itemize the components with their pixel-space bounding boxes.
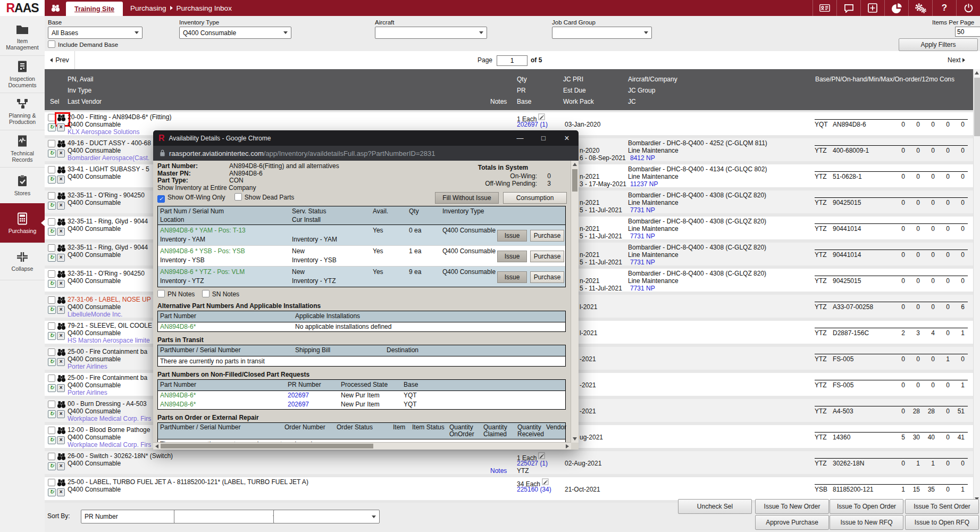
refresh-item-icon[interactable]: ↻ (48, 202, 56, 210)
refresh-item-icon[interactable]: ↻ (48, 149, 56, 157)
row-checkbox[interactable] (48, 348, 55, 356)
row-checkbox[interactable] (48, 401, 55, 408)
part-location-link[interactable]: AN894D8-6 * YTZ - Pos: VLM (160, 268, 245, 276)
row-checkbox[interactable] (48, 218, 55, 226)
part-number-link[interactable]: AN894D8-6* (160, 401, 196, 408)
remove-item-icon[interactable]: × (57, 254, 65, 262)
sn-notes-checkbox[interactable]: SN Notes (202, 290, 239, 298)
sidebar-item-planning-production[interactable]: Planning & Production (0, 93, 45, 130)
row-checkbox[interactable] (48, 322, 55, 330)
sort-select-1[interactable]: PR Number (81, 510, 183, 523)
availability-binoculars-icon[interactable] (57, 296, 66, 304)
popup-scrollbar-thumb[interactable] (572, 169, 577, 192)
aircraft-select[interactable] (375, 27, 487, 39)
refresh-item-icon[interactable]: ↻ (48, 332, 56, 340)
row-checkbox[interactable] (48, 114, 55, 121)
consumption-button[interactable]: Consumption (503, 192, 567, 204)
remove-item-icon[interactable]: × (57, 384, 65, 392)
remove-item-icon[interactable]: × (57, 410, 65, 418)
vendor-link[interactable]: HS Marston Aerospace limite (68, 337, 150, 344)
purchase-button[interactable]: Purchase (530, 271, 564, 283)
vertical-scrollbar[interactable] (973, 69, 980, 503)
part-number-link[interactable]: AN894D8-6* (160, 323, 196, 330)
page-number-input[interactable] (497, 55, 527, 66)
remove-item-icon[interactable]: × (57, 202, 65, 210)
row-checkbox[interactable] (48, 270, 55, 278)
issue-to-new-order-button[interactable]: Issue To New Order (755, 499, 829, 514)
fill-without-issue-button[interactable]: Fill Without Issue (435, 192, 499, 204)
popup-title-bar[interactable]: R Availability Details - Google Chrome —… (153, 130, 579, 146)
availability-binoculars-icon[interactable] (57, 270, 66, 278)
sidebar-item-inspection-documents[interactable]: Inspection Documents (0, 55, 45, 93)
tab-training-site[interactable]: Training Site (66, 2, 123, 16)
issue-to-open-order-button[interactable]: Issue To Open Order (830, 499, 903, 514)
show-inventory-link[interactable]: Show Inventory at Entire Company (157, 185, 256, 192)
work-pack-link[interactable]: 7731 NP (630, 259, 655, 266)
edit-qty-icon[interactable] (538, 452, 545, 459)
remove-item-icon[interactable]: × (57, 436, 65, 444)
row-checkbox[interactable] (48, 192, 55, 200)
availability-binoculars-icon[interactable] (57, 401, 66, 409)
availability-binoculars-icon[interactable] (57, 453, 66, 461)
maximize-button[interactable]: □ (532, 130, 555, 146)
row-checkbox[interactable] (48, 427, 55, 434)
availability-binoculars-icon[interactable] (57, 218, 66, 226)
work-pack-link[interactable]: 7731 NP (630, 232, 655, 240)
row-checkbox[interactable] (48, 479, 55, 486)
pn-notes-checkbox[interactable]: PN Notes (157, 290, 195, 298)
notes-link[interactable]: Notes (490, 467, 507, 475)
popup-vertical-scrollbar[interactable] (571, 161, 579, 443)
base-select[interactable]: All Bases (48, 27, 143, 39)
vendor-link[interactable]: Porter Airlines (68, 363, 107, 370)
remove-item-icon[interactable]: × (57, 123, 65, 131)
availability-binoculars-icon[interactable] (57, 427, 66, 435)
popup-horizontal-scrollbar[interactable] (153, 442, 571, 450)
inventory-type-select[interactable]: Q400 Consumable (179, 27, 291, 39)
row-checkbox[interactable] (48, 375, 55, 382)
power-icon[interactable] (956, 0, 980, 16)
sort-select-3[interactable] (273, 510, 380, 523)
remove-item-icon[interactable]: × (57, 306, 65, 314)
sidebar-item-technical-records[interactable]: Technical Records (0, 130, 45, 168)
user-card-icon[interactable] (813, 0, 836, 16)
refresh-item-icon[interactable]: ↻ (48, 228, 56, 236)
vendor-link[interactable]: LibelluleMonde Inc. (68, 311, 122, 318)
refresh-item-icon[interactable]: ↻ (48, 123, 56, 131)
issue-button[interactable]: Issue (497, 271, 527, 283)
pr-link[interactable]: 225027 (1) (517, 460, 548, 467)
help-icon[interactable]: ? (932, 0, 956, 16)
minimize-button[interactable]: — (508, 130, 532, 146)
pr-number-link[interactable]: 202697 (288, 392, 309, 399)
availability-binoculars-icon[interactable] (57, 375, 66, 383)
sidebar-item-stores[interactable]: Stores (0, 167, 45, 204)
chat-icon[interactable] (836, 0, 860, 16)
vendor-link[interactable]: KLX Aerospace Solutions (68, 128, 139, 136)
remove-item-icon[interactable]: × (57, 149, 65, 157)
refresh-item-icon[interactable]: ↻ (48, 462, 56, 470)
pr-link[interactable]: 225160 (34) (517, 486, 551, 493)
add-icon[interactable] (860, 0, 884, 16)
popup-url-bar[interactable]: raasporter.aviationintertec.com/app/Inve… (153, 146, 579, 161)
binoculars-icon[interactable] (45, 0, 66, 16)
refresh-item-icon[interactable]: ↻ (48, 410, 56, 418)
remove-item-icon[interactable]: × (57, 228, 65, 236)
remove-item-icon[interactable]: × (57, 280, 65, 288)
sidebar-item-collapse[interactable]: Collapse (0, 243, 45, 280)
issue-button[interactable]: Issue (497, 251, 527, 262)
prev-page-button[interactable]: Prev (45, 51, 75, 69)
availability-binoculars-icon[interactable] (57, 322, 66, 330)
work-pack-link[interactable]: 7731 NP (630, 206, 655, 214)
work-pack-link[interactable]: 7731 NP (630, 285, 655, 292)
vendor-link[interactable]: Porter Airlines (68, 389, 107, 396)
work-pack-link[interactable]: 11237 NP (630, 180, 658, 188)
remove-item-icon[interactable]: × (57, 176, 65, 184)
availability-binoculars-icon[interactable] (57, 140, 66, 148)
edit-qty-icon[interactable] (542, 478, 549, 485)
refresh-item-icon[interactable]: ↻ (48, 280, 56, 288)
availability-binoculars-icon[interactable] (57, 479, 66, 487)
apply-filters-button[interactable]: Apply Filters (899, 38, 978, 51)
popup-hscrollbar-thumb[interactable] (161, 444, 373, 448)
vendor-link[interactable]: Workplace Medical Corp. Firs (68, 415, 151, 422)
refresh-item-icon[interactable]: ↻ (48, 358, 56, 366)
row-checkbox[interactable] (48, 453, 55, 460)
